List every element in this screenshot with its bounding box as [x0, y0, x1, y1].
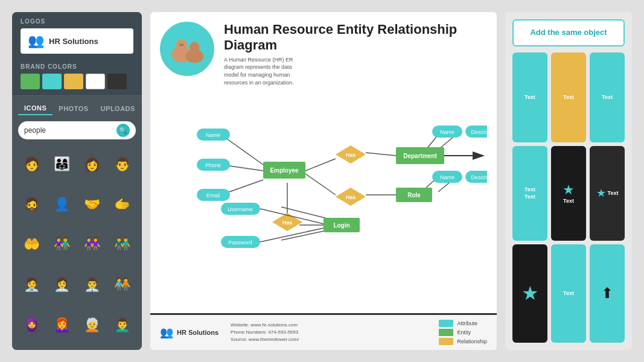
svg-line-21 [281, 230, 330, 240]
icon-cell[interactable]: 🧑‍🤝‍🧑 [109, 266, 136, 303]
logo-text: HR Solutions [49, 37, 98, 46]
icon-cell[interactable]: 🤝 [78, 186, 106, 223]
legend-entity: Entity [439, 329, 487, 336]
obj-text-4a: Text [524, 186, 535, 192]
legend-label-entity: Entity [457, 329, 471, 335]
footer-source: Source: www.theminitower.com/ [231, 336, 299, 343]
right-panel: Add the same object Text Text Text Text … [505, 12, 632, 350]
diagram-description: A Human Resource (HR) ER diagram represe… [224, 56, 302, 86]
obj-cell-2[interactable]: Text [551, 52, 586, 142]
obj-text-6: Text [608, 190, 619, 196]
obj-cell-7[interactable]: ★ [512, 244, 547, 343]
footer-logo-icon: 👥 [160, 326, 173, 339]
diagram-title: Human Resource Entity Relationship Diagr… [224, 22, 487, 54]
svg-text:Password: Password [228, 240, 252, 246]
left-panel: LOGOS 👥 HR Solutions BRAND COLORS ICONS … [12, 12, 142, 350]
icon-cell[interactable]: 👭 [78, 226, 106, 264]
color-swatches [21, 74, 133, 89]
icon-cell[interactable]: 👫 [48, 226, 75, 264]
logos-label: LOGOS [21, 18, 133, 25]
obj-cell-8[interactable]: Text [551, 244, 586, 343]
svg-line-14 [305, 174, 336, 195]
swatch-green[interactable] [21, 74, 40, 89]
svg-text:Employee: Employee [270, 167, 299, 174]
svg-text:Phone: Phone [205, 162, 221, 168]
swatch-orange[interactable] [64, 74, 83, 89]
star-icon-7: ★ [521, 282, 539, 305]
header-photo [160, 22, 214, 76]
er-svg: Employee Has Has Has Department Rol [160, 92, 487, 267]
svg-text:Has: Has [282, 220, 293, 226]
add-same-object-button[interactable]: Add the same object [512, 19, 625, 46]
diagram-header: Human Resource Entity Relationship Diagr… [160, 22, 487, 86]
svg-point-4 [190, 42, 200, 52]
svg-text:Name: Name [440, 129, 454, 135]
icons-grid: 🧑 👨‍👩‍👧 👩 👨 🧔 👤 🤝 🫱 🤲 👫 👭 👬 🧑‍💼 👩‍💼 👨‍💼 … [18, 145, 136, 344]
icon-cell[interactable]: 👨‍🦱 [109, 306, 136, 344]
center-panel: Human Resource Entity Relationship Diagr… [150, 12, 497, 350]
icon-cell[interactable]: 🧑‍🦳 [78, 306, 106, 344]
obj-text-4b: Text [524, 194, 535, 200]
legend: Attribute Entity Relationship [439, 320, 487, 345]
obj-text-3: Text [602, 94, 613, 100]
search-input[interactable] [24, 126, 116, 135]
obj-cell-5[interactable]: ★ Text [551, 146, 586, 241]
svg-text:Department: Department [403, 153, 437, 159]
obj-cell-6[interactable]: ★ Text [590, 146, 625, 241]
main-container: LOGOS 👥 HR Solutions BRAND COLORS ICONS … [0, 0, 644, 362]
tab-icons[interactable]: ICONS [18, 102, 53, 115]
icon-cell[interactable]: 👨 [109, 145, 136, 183]
icon-cell[interactable]: 👬 [109, 226, 136, 264]
brand-colors-label: BRAND COLORS [21, 63, 133, 70]
svg-text:Login: Login [333, 222, 349, 229]
objects-grid: Text Text Text Text Text ★ Text ★ Text [512, 52, 625, 343]
obj-cell-1[interactable]: Text [512, 52, 547, 142]
icon-cell[interactable]: 🧑‍💼 [18, 266, 45, 303]
svg-text:Role: Role [407, 192, 421, 198]
legend-relationship: Relationship [439, 338, 487, 345]
icon-cell[interactable]: 👩 [78, 145, 106, 183]
diagram-area: Human Resource Entity Relationship Diagr… [150, 12, 497, 313]
icon-cell[interactable]: 🧔 [18, 186, 45, 223]
icon-cell[interactable]: 👨‍💼 [78, 266, 106, 303]
logos-section: LOGOS 👥 HR Solutions [12, 12, 142, 59]
svg-text:Description: Description [471, 129, 487, 135]
tab-photos[interactable]: PHOTOS [53, 102, 94, 115]
icon-cell[interactable]: 🤲 [18, 226, 45, 264]
brand-colors-section: BRAND COLORS [12, 59, 142, 95]
footer-phone: Phone Numbers: 474-593-5693 [231, 329, 299, 336]
svg-text:Name: Name [440, 174, 454, 180]
search-bar: 🔍 [18, 121, 136, 139]
header-text-block: Human Resource Entity Relationship Diagr… [224, 22, 487, 86]
obj-cell-9[interactable]: ⬆ [590, 244, 625, 343]
tab-uploads[interactable]: UPLOADS [95, 102, 141, 115]
er-diagram: Employee Has Has Has Department Rol [160, 92, 487, 267]
svg-text:Name: Name [206, 132, 220, 138]
swatch-black[interactable] [107, 74, 127, 89]
star-icon-5: ★ [563, 182, 575, 198]
search-icon: 🔍 [119, 127, 127, 135]
legend-color-attribute [439, 320, 453, 327]
icon-cell[interactable]: 🧑 [18, 145, 45, 183]
obj-cell-4[interactable]: Text Text [512, 146, 547, 241]
svg-text:Email: Email [206, 192, 220, 198]
star-icon-6: ★ [596, 186, 606, 200]
svg-text:Username: Username [228, 206, 253, 212]
svg-text:Has: Has [346, 152, 356, 158]
icon-cell[interactable]: 👤 [48, 186, 75, 223]
swatch-white[interactable] [86, 74, 105, 89]
legend-attribute: Attribute [439, 320, 487, 327]
swatch-cyan[interactable] [42, 74, 62, 89]
obj-cell-3[interactable]: Text [590, 52, 625, 142]
legend-color-entity [439, 329, 453, 336]
footer-logo: 👥 HR Solutions [160, 326, 218, 339]
svg-rect-5 [179, 44, 183, 46]
obj-text-8: Text [563, 290, 574, 296]
icon-cell[interactable]: 🫱 [109, 186, 136, 223]
svg-line-9 [305, 159, 336, 171]
search-button[interactable]: 🔍 [116, 124, 130, 137]
icon-cell[interactable]: 🧕 [18, 306, 45, 344]
icon-cell[interactable]: 👩‍🦰 [48, 306, 75, 344]
icon-cell[interactable]: 👨‍👩‍👧 [48, 145, 75, 183]
icon-cell[interactable]: 👩‍💼 [48, 266, 75, 303]
